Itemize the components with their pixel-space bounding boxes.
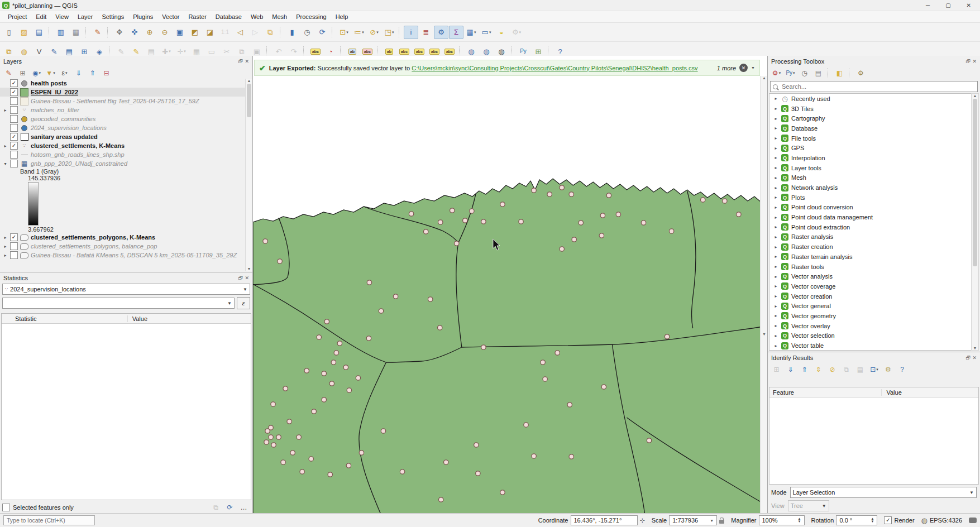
manage-map-themes-button[interactable]: ◉▾ bbox=[30, 68, 43, 79]
minimize-button[interactable]: ─ bbox=[926, 2, 930, 8]
render-checkbox[interactable]: ✓ bbox=[884, 516, 892, 524]
expand-arrow-icon[interactable]: ▸ bbox=[773, 274, 778, 279]
toolbox-category-interpolation[interactable]: ▸QInterpolation bbox=[769, 153, 972, 163]
expand-arrow-icon[interactable]: ▸ bbox=[3, 235, 8, 240]
zoom-in-button[interactable]: ⊕ bbox=[142, 26, 157, 39]
layer-row[interactable]: geocoded_communities bbox=[0, 114, 246, 123]
expand-arrow-icon[interactable]: ▸ bbox=[773, 155, 778, 160]
statistics-layer-combo[interactable]: ∵ 2024_supervision_locations▼ bbox=[2, 284, 250, 295]
map-point[interactable] bbox=[541, 360, 545, 365]
close-panel-icon[interactable]: ✕ bbox=[245, 59, 249, 64]
map-point[interactable] bbox=[328, 472, 332, 477]
expand-arrow-icon[interactable]: ▸ bbox=[773, 313, 778, 318]
selected-features-only-checkbox[interactable] bbox=[2, 504, 10, 511]
expand-arrow-icon[interactable]: ▸ bbox=[773, 215, 778, 220]
expand-arrow-icon[interactable]: ▸ bbox=[773, 254, 778, 259]
map-point[interactable] bbox=[450, 208, 455, 213]
select-features-button[interactable]: ⊡▾ bbox=[337, 26, 351, 39]
select-features-button-dropdown[interactable]: ▾ bbox=[346, 30, 348, 35]
map-point[interactable] bbox=[665, 334, 669, 339]
python-scripts-button[interactable]: Py▾ bbox=[784, 68, 797, 79]
messages-icon[interactable] bbox=[969, 518, 977, 523]
map-point[interactable] bbox=[304, 368, 309, 373]
map-point[interactable] bbox=[322, 397, 326, 402]
processing-search-input[interactable] bbox=[781, 83, 975, 90]
map-point[interactable] bbox=[438, 220, 443, 224]
actions-button-dropdown[interactable]: ▾ bbox=[519, 30, 522, 35]
add-group-button[interactable]: ⊞ bbox=[16, 68, 29, 79]
zoom-out-button[interactable]: ⊖ bbox=[157, 26, 172, 39]
map-point[interactable] bbox=[555, 351, 560, 355]
deselect-all-button[interactable]: ⊘▾ bbox=[367, 26, 381, 39]
python-scripts-button-dropdown[interactable]: ▾ bbox=[793, 71, 795, 75]
map-point[interactable] bbox=[669, 229, 673, 233]
toolbox-category-database[interactable]: ▸QDatabase bbox=[769, 123, 972, 133]
map-point[interactable] bbox=[481, 345, 486, 349]
collapse-all-button[interactable]: ⇑ bbox=[86, 68, 99, 79]
model-designer-button[interactable]: ⚙▾ bbox=[770, 68, 783, 79]
toolbox-category-raster-terrain-analysis[interactable]: ▸QRaster terrain analysis bbox=[769, 252, 972, 262]
expand-arrow-icon[interactable]: ▸ bbox=[773, 126, 778, 131]
map-point[interactable] bbox=[481, 219, 486, 224]
show-layout-manager-button[interactable]: ▦ bbox=[69, 26, 83, 39]
layer-row[interactable]: ✓ESPEN_IU_2022 bbox=[0, 88, 246, 97]
expand-arrow-icon[interactable]: ▸ bbox=[773, 245, 778, 250]
bookmarks-button[interactable]: ▮ bbox=[285, 26, 299, 39]
menu-edit[interactable]: Edit bbox=[31, 12, 51, 21]
copy-feature-button[interactable]: ⧉ bbox=[840, 364, 853, 376]
measure-button[interactable]: ▭▾ bbox=[479, 26, 494, 39]
close-panel-icon[interactable]: ✕ bbox=[972, 59, 977, 64]
value-column-header[interactable]: Value bbox=[882, 389, 901, 396]
layer-visibility-checkbox[interactable] bbox=[10, 97, 18, 105]
map-point[interactable] bbox=[264, 440, 269, 444]
map-point[interactable] bbox=[579, 221, 583, 225]
identify-settings-button[interactable]: ⚙ bbox=[882, 364, 895, 376]
filter-legend-button[interactable]: ▼▾ bbox=[44, 68, 57, 79]
vertex-tool-button-dropdown[interactable]: ▾ bbox=[184, 49, 186, 54]
layer-visibility-checkbox[interactable]: ✓ bbox=[10, 233, 18, 241]
map-point[interactable] bbox=[455, 241, 459, 246]
expand-arrow-icon[interactable]: ▸ bbox=[773, 224, 778, 229]
refresh-map-button[interactable]: ⟳ bbox=[315, 26, 329, 39]
map-point[interactable] bbox=[276, 435, 281, 439]
expand-arrow-icon[interactable]: ▸ bbox=[773, 175, 778, 180]
processing-options-button[interactable]: ⚙ bbox=[854, 68, 867, 79]
layer-row[interactable]: Guinea-Bissau - Settlement Big Test_2025… bbox=[0, 97, 246, 106]
coordinate-input[interactable]: 16.436°, -15.271° bbox=[571, 515, 638, 525]
map-point[interactable] bbox=[438, 325, 442, 330]
toolbox-category-vector-geometry[interactable]: ▸QVector geometry bbox=[769, 311, 972, 321]
zoom-next-button[interactable]: ▷ bbox=[248, 26, 262, 39]
zoom-full-extent-button[interactable]: ▣ bbox=[173, 26, 187, 39]
toolbox-category-vector-selection[interactable]: ▸QVector selection bbox=[769, 331, 972, 341]
close-button[interactable]: ✕ bbox=[967, 2, 971, 8]
history-button[interactable]: ◷ bbox=[798, 68, 811, 79]
map-point[interactable] bbox=[329, 381, 334, 386]
expand-arrow-icon[interactable]: ▸ bbox=[773, 205, 778, 210]
expand-arrow-icon[interactable]: ▸ bbox=[773, 116, 778, 121]
map-point[interactable] bbox=[271, 443, 276, 447]
menu-mesh[interactable]: Mesh bbox=[267, 12, 291, 21]
layer-row[interactable]: hotosm_gnb_roads_lines_shp.shp bbox=[0, 150, 246, 159]
map-point[interactable] bbox=[476, 471, 480, 476]
map-point[interactable] bbox=[723, 199, 727, 203]
toolbox-category-gps[interactable]: ▸QGPS bbox=[769, 143, 972, 153]
select-by-value-button-dropdown[interactable]: ▾ bbox=[362, 30, 364, 35]
save-project-button[interactable]: ▤ bbox=[32, 26, 46, 39]
close-panel-icon[interactable]: ✕ bbox=[972, 355, 977, 361]
locator-input[interactable] bbox=[3, 515, 95, 525]
map-point[interactable] bbox=[599, 233, 604, 238]
temporal-controller-button[interactable]: ◷ bbox=[300, 26, 314, 39]
map-point[interactable] bbox=[532, 454, 536, 458]
close-panel-icon[interactable]: ✕ bbox=[245, 275, 249, 281]
scroll-up-icon[interactable]: ▲ bbox=[247, 79, 251, 83]
layer-row[interactable]: ▸Guinea-Bissau - Bafatá KMeans 5, DBSCAN… bbox=[0, 251, 246, 260]
map-point[interactable] bbox=[701, 198, 705, 202]
map-point[interactable] bbox=[269, 435, 273, 439]
expand-arrow-icon[interactable]: ▸ bbox=[773, 264, 778, 269]
map-point[interactable] bbox=[343, 365, 348, 370]
expand-arrow-icon[interactable]: ▸ bbox=[773, 234, 778, 239]
identify-mode-button[interactable]: ⊡▾ bbox=[868, 364, 881, 376]
map-point[interactable] bbox=[269, 425, 273, 430]
expand-arrow-icon[interactable]: ▸ bbox=[3, 108, 8, 113]
map-point[interactable] bbox=[359, 451, 364, 455]
